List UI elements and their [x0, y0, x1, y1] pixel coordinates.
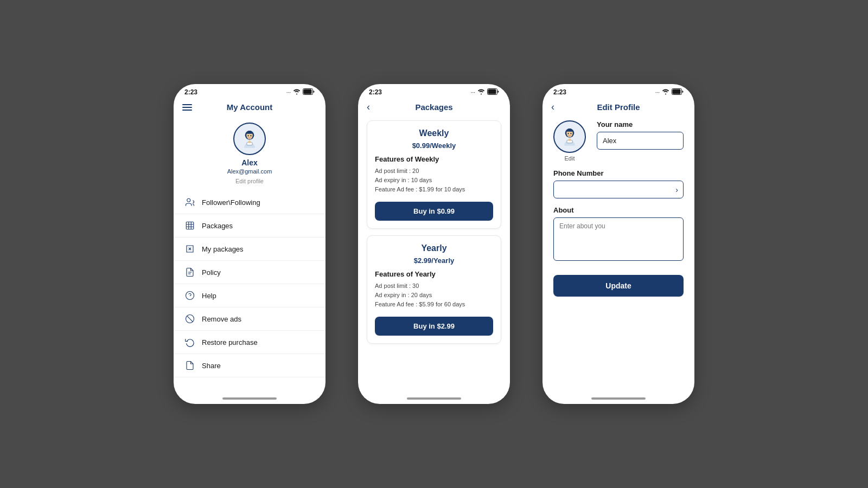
- status-time-2: 2:23: [369, 88, 382, 96]
- remove-ads-icon: [184, 313, 195, 324]
- name-field-section: Your name: [597, 120, 684, 150]
- package-feature: Ad post limit : 20: [375, 168, 493, 174]
- about-textarea[interactable]: [553, 217, 684, 261]
- svg-rect-17: [488, 89, 496, 94]
- edit-profile-title: Edit Profile: [597, 102, 640, 112]
- phone-input-wrapper: ›: [553, 181, 684, 198]
- package-icon: [184, 220, 195, 231]
- package-price-yearly: $2.99/Yearly: [375, 256, 493, 265]
- signal-icon-3: ···: [655, 89, 660, 95]
- package-feature: Feature Ad fee : $5.99 for 60 days: [375, 301, 493, 307]
- menu-item-label-help: Help: [202, 292, 216, 300]
- edit-profile-nav-header: ‹ Edit Profile: [542, 98, 694, 116]
- status-icons-3: ···: [655, 88, 684, 96]
- profile-section: Alex Alex@gmail.com Edit profile: [174, 116, 326, 189]
- svg-point-5: [251, 135, 252, 137]
- menu-item-my-packages[interactable]: My packages: [174, 237, 326, 261]
- svg-point-22: [568, 133, 569, 134]
- battery-icon: [303, 88, 315, 96]
- features-title-yearly: Features of Yearly: [375, 270, 493, 278]
- edit-profile-link[interactable]: Edit profile: [235, 178, 264, 184]
- policy-icon: [184, 267, 195, 278]
- phone-number-label: Phone Number: [553, 169, 684, 177]
- svg-rect-1: [304, 89, 312, 94]
- packages-list: Weekly $0.99/Weekly Features of Weekly A…: [358, 116, 510, 394]
- your-name-input[interactable]: [597, 132, 684, 150]
- my-package-icon: [184, 243, 195, 254]
- menu-item-policy[interactable]: Policy: [174, 261, 326, 284]
- package-title-yearly: Yearly: [375, 243, 493, 253]
- menu-item-label-my-packages: My packages: [202, 245, 244, 253]
- package-feature: Feature Ad fee : $1.99 for 10 days: [375, 186, 493, 192]
- back-arrow-edit[interactable]: ‹: [551, 102, 562, 113]
- packages-content: ‹ Packages Weekly $0.99/Weekly Features …: [358, 98, 510, 394]
- home-indicator-1: [222, 397, 277, 400]
- menu-item-label-share: Share: [202, 362, 221, 370]
- edit-avatar-label[interactable]: Edit: [565, 155, 575, 162]
- battery-icon-3: [672, 88, 684, 96]
- package-title-weekly: Weekly: [375, 129, 493, 138]
- your-name-label: Your name: [597, 120, 684, 129]
- profile-email: Alex@gmail.com: [227, 168, 272, 175]
- signal-icon-2: ···: [471, 89, 475, 95]
- status-icons-1: ···: [286, 88, 315, 96]
- signal-icon: ···: [286, 89, 291, 95]
- restore-icon: [184, 337, 195, 348]
- phone-number-input[interactable]: [553, 181, 684, 198]
- svg-rect-9: [186, 222, 194, 229]
- wifi-icon-2: [477, 88, 485, 96]
- profile-name: Alex: [241, 158, 258, 167]
- buy-button-yearly[interactable]: Buy in $2.99: [375, 317, 493, 336]
- back-arrow-packages[interactable]: ‹: [367, 102, 378, 113]
- update-button[interactable]: Update: [553, 275, 684, 297]
- svg-line-15: [187, 316, 193, 322]
- menu-item-help[interactable]: Help: [174, 284, 326, 307]
- buy-button-weekly[interactable]: Buy in $0.99: [375, 202, 493, 221]
- account-content: My Account Alex Alex@gmail.com Edit prof: [174, 98, 326, 394]
- account-title: My Account: [227, 102, 272, 112]
- svg-point-25: [569, 138, 571, 141]
- phone-packages: 2:23 ··· ‹ Packages: [358, 84, 510, 404]
- edit-profile-form: Edit Your name Phone Number › About Upda…: [542, 116, 694, 394]
- about-section: About: [553, 206, 684, 263]
- packages-nav-header: ‹ Packages: [358, 98, 510, 116]
- package-card-yearly: Yearly $2.99/Yearly Features of Yearly A…: [367, 235, 501, 344]
- svg-point-4: [248, 135, 249, 137]
- phone-edit-profile: 2:23 ··· ‹ Edit Profile: [542, 84, 694, 404]
- users-icon: [184, 197, 195, 208]
- status-bar-3: 2:23 ···: [542, 84, 694, 98]
- status-bar-2: 2:23 ···: [358, 84, 510, 98]
- status-time-1: 2:23: [184, 88, 197, 96]
- edit-profile-phone-content: ‹ Edit Profile: [542, 98, 694, 394]
- menu-item-follower-following[interactable]: Follower\Following: [174, 191, 326, 214]
- menu-item-share[interactable]: Share: [174, 354, 326, 377]
- battery-icon-2: [487, 88, 499, 96]
- svg-rect-19: [673, 89, 681, 94]
- packages-title: Packages: [415, 102, 452, 112]
- menu-item-label-restore-purchase: Restore purchase: [202, 338, 258, 346]
- phone-arrow-icon: ›: [675, 185, 678, 194]
- edit-avatar: [553, 120, 586, 153]
- svg-point-12: [186, 292, 194, 300]
- hamburger-icon[interactable]: [182, 104, 192, 111]
- menu-item-label-packages: Packages: [202, 222, 233, 230]
- package-price-weekly: $0.99/Weekly: [375, 142, 493, 150]
- package-feature: Ad expiry in : 10 days: [375, 177, 493, 183]
- menu-item-restore-purchase[interactable]: Restore purchase: [174, 331, 326, 354]
- edit-avatar-row: Edit Your name: [553, 120, 684, 162]
- menu-list: Follower\Following Packages My packages …: [174, 189, 326, 394]
- status-time-3: 2:23: [553, 88, 566, 96]
- package-card-weekly: Weekly $0.99/Weekly Features of Weekly A…: [367, 120, 501, 229]
- menu-item-label-follower-following: Follower\Following: [202, 198, 260, 207]
- phone-section: Phone Number ›: [553, 169, 684, 198]
- menu-item-remove-ads[interactable]: Remove ads: [174, 307, 326, 331]
- package-feature: Ad expiry in : 20 days: [375, 292, 493, 298]
- help-icon: [184, 290, 195, 301]
- avatar: [233, 123, 266, 155]
- status-bar-1: 2:23 ···: [174, 84, 326, 98]
- status-icons-2: ···: [471, 88, 499, 96]
- about-label: About: [553, 206, 684, 214]
- svg-point-23: [571, 133, 572, 134]
- menu-item-packages[interactable]: Packages: [174, 214, 326, 237]
- home-indicator-2: [407, 397, 461, 400]
